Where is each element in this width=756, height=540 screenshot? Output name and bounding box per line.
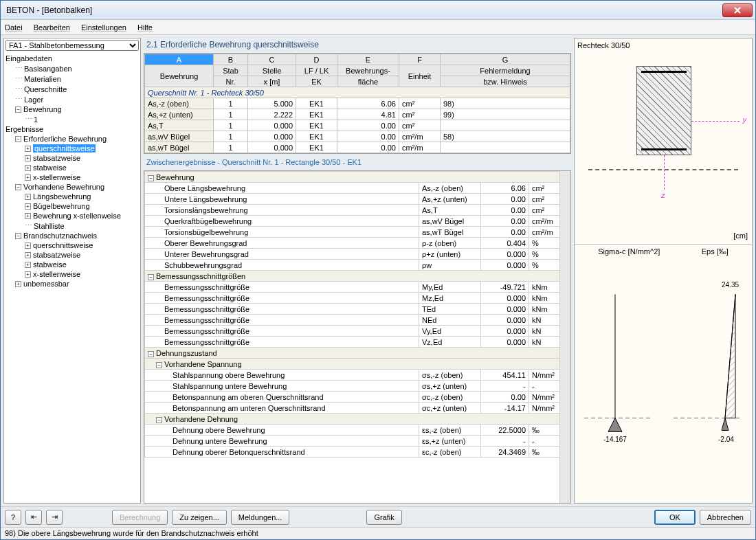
tree-xstellenweise[interactable]: +x-stellenweise [5,172,139,182]
prev-button[interactable]: ⇤ [25,510,42,525]
tree-eingabedaten[interactable]: Eingabedaten [5,54,139,63]
menu-einstellungen[interactable]: Einstellungen [81,23,126,32]
tree-materialien[interactable]: ⋯Materialien [5,74,139,84]
unit-label: [cm] [733,232,748,240]
tree-bs-querschnittsweise[interactable]: +querschnittsweise [5,240,139,250]
svg-marker-9 [722,418,729,430]
table-row[interactable]: As,T10.000EK10.00cm² [145,120,570,131]
svg-text:24.35: 24.35 [722,281,739,289]
tree-lager[interactable]: ⋯Lager [5,94,139,104]
tree-bewehrung[interactable]: −Bewehrung [5,104,139,114]
tree-querschnittsweise[interactable]: +querschnittsweise [5,144,139,153]
axis-label-z: z [661,191,665,199]
svg-marker-8 [725,294,735,418]
menubar: Datei Bearbeiten Einstellungen Hilfe [1,20,755,35]
menu-bearbeiten[interactable]: Bearbeiten [34,23,70,32]
tree-stabweise[interactable]: +stabweise [5,163,139,172]
hdr-bewehrung: Bewehrung [145,65,214,87]
tree-langsbewehrung[interactable]: +Längsbewehrung [5,192,139,201]
main-panel: 2.1 Erforderliche Bewehrung querschnitts… [144,38,571,504]
calc-button[interactable]: Berechnung [112,510,168,525]
statusbar: 98) Die obere Längsbewehrung wurde für d… [1,527,755,539]
cross-section-view: Rechteck 30/50 y z [cm] [575,38,752,245]
cross-section-rect [636,66,691,155]
close-button[interactable] [722,3,753,17]
tree-erforderliche[interactable]: −Erforderliche Bewehrung [5,134,139,144]
content-area: FA1 - Stahlbetonbemessung Eingabedaten ⋯… [1,35,755,506]
cancel-button[interactable]: Abbrechen [700,510,751,525]
page-title: 2.1 Erforderliche Bewehrung querschnitts… [144,38,571,52]
cs-dash-line [588,169,738,170]
tree-ergebnisse[interactable]: Ergebnisse [5,124,139,134]
ok-button[interactable]: OK [654,510,696,525]
axis-label-y: y [743,115,747,124]
tree-unbemessbar[interactable]: +unbemessbar [5,279,139,289]
tree-bewehrung-x[interactable]: +Bewehrung x-stellenweise [5,211,139,221]
sigma-label: Sigma-c [N/mm^2] [598,247,660,256]
section-row: Querschnitt Nr. 1 - Rechteck 30/50 [145,87,570,98]
svg-marker-3 [608,418,622,431]
details-table-wrap: −Bewehrung Obere LängsbewehrungAs,-z (ob… [144,170,571,504]
results-table[interactable]: A B C D E F G Bewehrung StabStelleLF / L… [144,54,570,153]
show-button[interactable]: Zu zeigen... [172,510,226,525]
help-button[interactable]: ? [5,510,21,525]
diagram-svg: -14.167 24.35 -2.04 [577,256,749,471]
col-A[interactable]: A [145,54,214,65]
menu-hilfe[interactable]: Hilfe [137,23,153,32]
col-E[interactable]: E [337,54,399,65]
table-row[interactable]: as,wV Bügel10.000EK10.00cm²/m58) [145,131,570,142]
tree-bewehrung-1[interactable]: ⋯1 [5,114,139,124]
table-row[interactable]: As,-z (oben)15.000EK16.06cm²98) [145,98,570,109]
tree-bugelbewehrung[interactable]: +Bügelbewehrung [5,201,139,211]
messages-button[interactable]: Meldungen... [231,510,290,525]
eps-label: Eps [‰] [702,247,729,256]
titlebar: BETON - [Betonbalken] [1,1,755,20]
col-F[interactable]: F [399,54,441,65]
details-table[interactable]: −Bewehrung Obere LängsbewehrungAs,-z (ob… [144,171,570,458]
table-row[interactable]: As,+z (unten)12.222EK14.81cm²99) [145,109,570,120]
app-window: BETON - [Betonbalken] Datei Bearbeiten E… [0,0,756,540]
results-table-wrap: A B C D E F G Bewehrung StabStelleLF / L… [144,53,571,154]
tree-bs-stabweise[interactable]: +stabweise [5,260,139,269]
graphics-button[interactable]: Grafik [366,510,401,525]
diagram-view: Sigma-c [N/mm^2] Eps [‰] -14.167 24.35 -… [575,245,752,503]
collapse-icon[interactable]: − [148,175,154,181]
axis-z [664,155,665,190]
col-C[interactable]: C [248,54,296,65]
bottombar: ? ⇤ ⇥ Berechnung Zu zeigen... Meldungen.… [1,506,755,527]
tree-bs-xstellenweise[interactable]: +x-stellenweise [5,269,139,279]
close-icon [734,7,741,14]
tree-stahlliste[interactable]: ⋯Stahlliste [5,221,139,231]
svg-text:-2.04: -2.04 [718,436,734,443]
col-B[interactable]: B [214,54,248,65]
menu-datei[interactable]: Datei [5,23,23,32]
next-button[interactable]: ⇥ [46,510,63,525]
cs-title: Rechteck 30/50 [577,41,749,49]
window-title: BETON - [Betonbalken] [3,5,722,15]
col-G[interactable]: G [441,54,570,65]
treeview[interactable]: Eingabedaten ⋯Basisangaben ⋯Materialien … [4,52,140,503]
scrollbar-v[interactable] [559,171,570,503]
case-selector[interactable]: FA1 - Stahlbetonbemessung [5,40,139,51]
tree-brandschutz[interactable]: −Brandschutznachweis [5,231,139,240]
col-D[interactable]: D [296,54,337,65]
axis-y [691,121,740,122]
sidebar: FA1 - Stahlbetonbemessung Eingabedaten ⋯… [3,38,141,504]
right-panel: Rechteck 30/50 y z [cm] Sigma-c [N/mm^2]… [574,38,753,504]
tree-vorhandene[interactable]: −Vorhandene Bewehrung [5,182,139,192]
tree-bs-stabsatzweise[interactable]: +stabsatzweise [5,250,139,260]
table-row[interactable]: as,wT Bügel10.000EK10.00cm²/m [145,142,570,153]
tree-basisangaben[interactable]: ⋯Basisangaben [5,63,139,74]
svg-text:-14.167: -14.167 [603,436,627,443]
tree-stabsatzweise[interactable]: +stabsatzweise [5,153,139,163]
tree-querschnitte[interactable]: ⋯Querschnitte [5,84,139,94]
intermediate-title: Zwischenergebnisse - Querschnitt Nr. 1 -… [144,155,571,169]
